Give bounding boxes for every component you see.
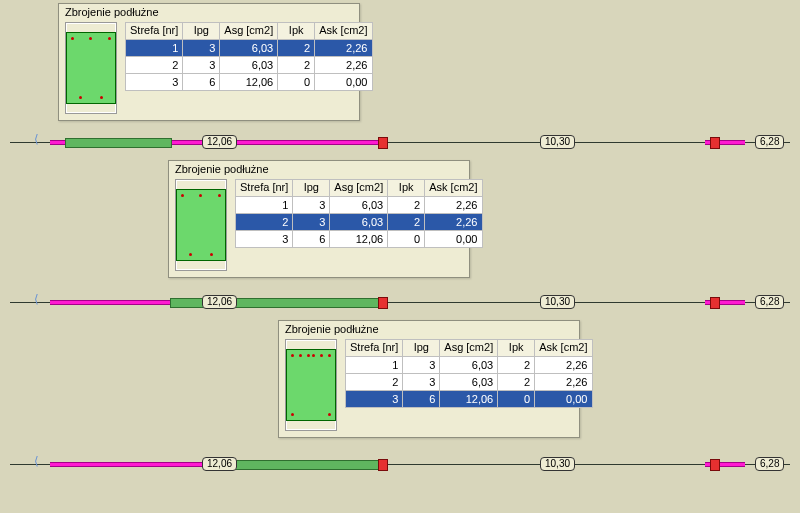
cell-asg[interactable]: 6,03 [220,57,278,74]
length-label: 12,06 [202,457,237,471]
table-row[interactable]: 3612,0600,00 [236,231,483,248]
cell-asg[interactable]: 6,03 [330,197,388,214]
panel-title: Zbrojenie podłużne [279,321,579,335]
cell-asg[interactable]: 6,03 [440,357,498,374]
arrow-icon: ⟨ [34,292,39,306]
cell-strefa[interactable]: 3 [126,74,183,91]
cell-ipg[interactable]: 6 [183,74,220,91]
table-row[interactable]: 236,0322,26 [236,214,483,231]
cell-strefa[interactable]: 1 [346,357,403,374]
section-preview [175,179,227,271]
section-rect [176,189,226,261]
col-strefa: Strefa [nr] [126,23,183,40]
length-label: 10,30 [540,457,575,471]
cell-asg[interactable]: 6,03 [220,40,278,57]
table-row[interactable]: 136,0322,26 [236,197,483,214]
table-row[interactable]: 3612,0600,00 [126,74,373,91]
cell-asg[interactable]: 12,06 [330,231,388,248]
section-rect [66,32,116,104]
reinforcement-panel-2: Zbrojenie podłużne Strefa [nr] Ipg Asg [… [168,160,470,278]
cell-strefa[interactable]: 3 [236,231,293,248]
support-node [710,297,720,309]
cell-strefa[interactable]: 3 [346,391,403,408]
cell-strefa[interactable]: 2 [346,374,403,391]
support-node [378,297,388,309]
col-asg: Asg [cm2] [220,23,278,40]
col-ask: Ask [cm2] [535,340,592,357]
col-strefa: Strefa [nr] [236,180,293,197]
table-row[interactable]: 136,0322,26 [126,40,373,57]
cell-ipg[interactable]: 3 [293,197,330,214]
cell-ipk[interactable]: 2 [498,374,535,391]
length-label: 12,06 [202,295,237,309]
cell-ask[interactable]: 2,26 [315,57,372,74]
cell-ask[interactable]: 2,26 [425,214,482,231]
support-node [378,459,388,471]
length-label: 10,30 [540,295,575,309]
cell-ipk[interactable]: 0 [388,231,425,248]
col-ipg: Ipg [403,340,440,357]
table-row[interactable]: 136,0322,26 [346,357,593,374]
reinforcement-panel-3: Zbrojenie podłużne Strefa [nr] Ipg Asg [… [278,320,580,438]
cell-ask[interactable]: 0,00 [425,231,482,248]
table-row[interactable]: 3612,0600,00 [346,391,593,408]
cell-strefa[interactable]: 1 [236,197,293,214]
beam-diagram-1: ⟨ 12,06 10,30 6,28 [10,128,790,158]
col-strefa: Strefa [nr] [346,340,403,357]
col-ipk: Ipk [278,23,315,40]
table-row[interactable]: 236,0322,26 [346,374,593,391]
col-ipk: Ipk [498,340,535,357]
cell-strefa[interactable]: 1 [126,40,183,57]
panel-title: Zbrojenie podłużne [59,4,359,18]
cell-strefa[interactable]: 2 [126,57,183,74]
cell-ipk[interactable]: 2 [498,357,535,374]
col-ipg: Ipg [183,23,220,40]
support-node [378,137,388,149]
cell-asg[interactable]: 6,03 [440,374,498,391]
cell-asg[interactable]: 6,03 [330,214,388,231]
cell-ask[interactable]: 2,26 [535,374,592,391]
support-node [710,137,720,149]
cell-ipk[interactable]: 2 [278,40,315,57]
beam-diagram-3: ⟨ 12,06 10,30 6,28 [10,450,790,480]
col-ipk: Ipk [388,180,425,197]
length-label: 6,28 [755,295,784,309]
cell-ask[interactable]: 0,00 [535,391,592,408]
cell-ipg[interactable]: 3 [403,374,440,391]
cell-ipk[interactable]: 0 [498,391,535,408]
cell-strefa[interactable]: 2 [236,214,293,231]
reinforcement-table[interactable]: Strefa [nr] Ipg Asg [cm2] Ipk Ask [cm2] … [235,179,483,248]
reinforcement-panel-1: Zbrojenie podłużne Strefa [nr] Ipg Asg [… [58,3,360,121]
cell-ipg[interactable]: 3 [183,40,220,57]
col-asg: Asg [cm2] [330,180,388,197]
reinforcement-table[interactable]: Strefa [nr] Ipg Asg [cm2] Ipk Ask [cm2] … [345,339,593,408]
length-label: 10,30 [540,135,575,149]
cell-ipg[interactable]: 3 [293,214,330,231]
arrow-icon: ⟨ [34,132,39,146]
cell-asg[interactable]: 12,06 [220,74,278,91]
arrow-icon: ⟨ [34,454,39,468]
cell-ask[interactable]: 2,26 [315,40,372,57]
reinforcement-table[interactable]: Strefa [nr] Ipg Asg [cm2] Ipk Ask [cm2] … [125,22,373,91]
section-rect [286,349,336,421]
cell-ask[interactable]: 0,00 [315,74,372,91]
col-ipg: Ipg [293,180,330,197]
length-label: 12,06 [202,135,237,149]
length-label: 6,28 [755,457,784,471]
cell-ipk[interactable]: 0 [278,74,315,91]
table-row[interactable]: 236,0322,26 [126,57,373,74]
support-node [710,459,720,471]
cell-ipg[interactable]: 6 [293,231,330,248]
cell-asg[interactable]: 12,06 [440,391,498,408]
panel-title: Zbrojenie podłużne [169,161,469,175]
cell-ipk[interactable]: 2 [388,214,425,231]
cell-ipk[interactable]: 2 [278,57,315,74]
cell-ipg[interactable]: 6 [403,391,440,408]
col-ask: Ask [cm2] [315,23,372,40]
cell-ask[interactable]: 2,26 [535,357,592,374]
cell-ipg[interactable]: 3 [403,357,440,374]
cell-ipk[interactable]: 2 [388,197,425,214]
cell-ask[interactable]: 2,26 [425,197,482,214]
col-ask: Ask [cm2] [425,180,482,197]
cell-ipg[interactable]: 3 [183,57,220,74]
